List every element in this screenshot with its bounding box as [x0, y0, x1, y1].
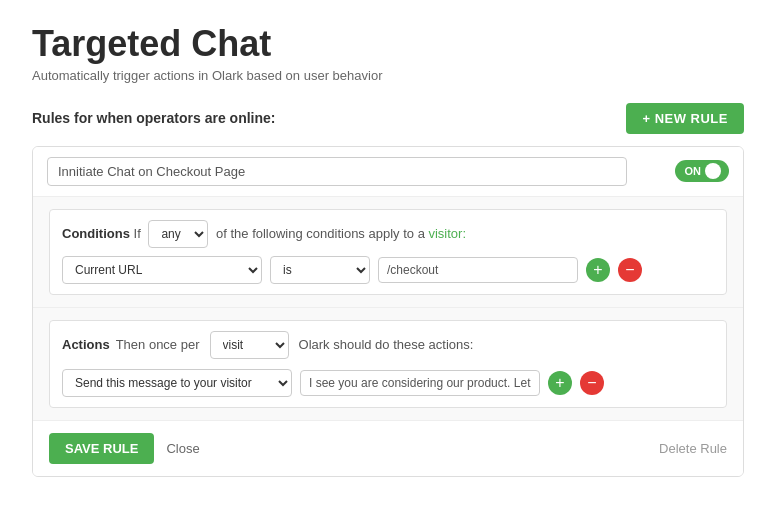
rule-footer: SAVE RULE Close Delete Rule	[33, 420, 743, 476]
condition-value-input[interactable]	[378, 257, 578, 283]
action-value-input[interactable]	[300, 370, 540, 396]
actions-header: Actions Then once per visit page session…	[62, 331, 714, 359]
conditions-inner: Conditions If any of the following condi…	[49, 209, 727, 295]
condition-operator-select[interactable]: is contains starts with ends with	[270, 256, 370, 284]
conditions-if: If	[134, 226, 141, 241]
close-link[interactable]: Close	[166, 441, 199, 456]
rule-name-input[interactable]	[47, 157, 627, 186]
remove-action-icon: −	[587, 371, 596, 395]
add-icon: +	[593, 258, 602, 282]
conditions-section: Conditions If any of the following condi…	[33, 197, 743, 308]
remove-action-button[interactable]: −	[580, 371, 604, 395]
conditions-mid: of the following conditions apply to a	[216, 226, 428, 241]
add-condition-button[interactable]: +	[586, 258, 610, 282]
save-rule-button[interactable]: SAVE RULE	[49, 433, 154, 464]
action-type-select[interactable]: Send this message to your visitor Send a…	[62, 369, 292, 397]
action-row: Send this message to your visitor Send a…	[62, 369, 714, 397]
rule-card: ON Conditions If any of the following co…	[32, 146, 744, 477]
conditions-prefix: Conditions	[62, 226, 130, 241]
toggle-circle	[705, 163, 721, 179]
condition-row: Current URL Page Title Visit Count Chat …	[62, 256, 714, 284]
conditions-header: Conditions If any of the following condi…	[62, 220, 714, 248]
new-rule-button[interactable]: + NEW RULE	[626, 103, 744, 134]
actions-section: Actions Then once per visit page session…	[33, 308, 743, 420]
toggle-label: ON	[685, 165, 702, 177]
add-action-icon: +	[555, 371, 564, 395]
delete-rule-link[interactable]: Delete Rule	[659, 441, 727, 456]
page-subtitle: Automatically trigger actions in Olark b…	[32, 68, 744, 83]
actions-prefix: Actions	[62, 337, 110, 352]
actions-inner: Actions Then once per visit page session…	[49, 320, 727, 408]
conditions-any-select[interactable]: any	[148, 220, 208, 248]
conditions-visitor: visitor:	[428, 226, 466, 241]
actions-suffix: Olark should do these actions:	[299, 337, 474, 352]
actions-per-select[interactable]: visit page session	[210, 331, 289, 359]
condition-type-select[interactable]: Current URL Page Title Visit Count Chat …	[62, 256, 262, 284]
remove-icon: −	[625, 258, 634, 282]
add-action-button[interactable]: +	[548, 371, 572, 395]
remove-condition-button[interactable]: −	[618, 258, 642, 282]
rule-header: ON	[33, 147, 743, 197]
toggle-container[interactable]: ON	[675, 160, 730, 182]
rules-section-title: Rules for when operators are online:	[32, 110, 276, 126]
footer-left: SAVE RULE Close	[49, 433, 200, 464]
toggle-switch[interactable]: ON	[675, 160, 730, 182]
page-title: Targeted Chat	[32, 24, 744, 64]
actions-then: Then once per	[116, 337, 200, 352]
